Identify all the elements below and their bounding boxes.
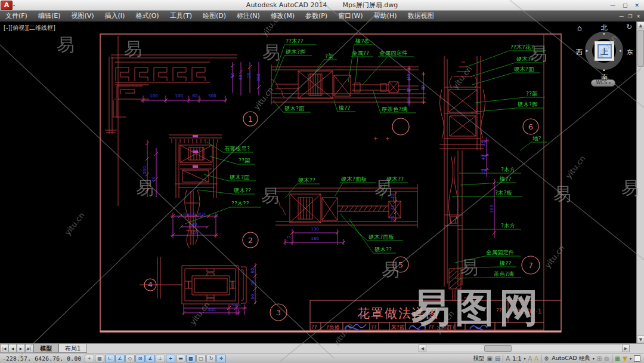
signatures xyxy=(345,324,487,331)
workspace-switcher[interactable]: AutoCAD 经典 xyxy=(552,355,590,362)
cube-arrow-north-icon[interactable]: ▾ xyxy=(603,32,605,36)
autoscale-icon[interactable]: A xyxy=(534,355,538,362)
polar-toggle[interactable]: ∠ xyxy=(115,355,125,362)
wcs-dropdown[interactable]: WCS▾ xyxy=(591,79,615,87)
window-lock-icon[interactable]: ⊞ xyxy=(597,355,602,362)
home-icon[interactable]: ⌂ xyxy=(577,24,582,32)
scroll-down-icon[interactable]: ▼ xyxy=(637,336,644,343)
menu-draw[interactable]: 绘图(D) xyxy=(197,11,231,21)
coordinate-readout: -228.57, 6426.76, 0.00 xyxy=(2,355,85,362)
horizontal-scrollbar[interactable]: ◀ ▶ xyxy=(419,344,630,352)
grid-toggle[interactable]: ▦ xyxy=(95,355,104,362)
maximize-button[interactable]: ▢ xyxy=(623,2,628,8)
paper-icon[interactable]: ▣ xyxy=(487,355,492,362)
scroll-right-icon[interactable]: ▶ xyxy=(622,344,630,352)
annotation-label: 金属?? xyxy=(352,50,369,56)
menu-format[interactable]: 格式(O) xyxy=(130,11,164,21)
autocad-logo-button[interactable]: A xyxy=(1,1,13,10)
ortho-toggle[interactable]: ∟ xyxy=(105,355,114,362)
clean-screen-button[interactable] xyxy=(634,355,640,362)
close-button[interactable]: ✕ xyxy=(634,2,639,8)
model-space-button[interactable]: 模型 xyxy=(473,355,484,362)
annotation-visibility-icon[interactable]: A xyxy=(528,355,532,362)
viewport-controls[interactable]: [-][俯视][二维线框] xyxy=(4,24,55,32)
annotation-label: 茶色?璃 xyxy=(493,270,514,277)
isolate-objects-icon[interactable]: ◍ xyxy=(604,355,609,362)
layout-tab-bar: |◀ ◀ ▶ ▶| 模型 布局1 ◀ ▶ xyxy=(0,343,644,353)
workspace-dropdown-icon[interactable]: ▾ xyxy=(593,356,595,361)
gear-icon[interactable]: ⚙ xyxy=(544,355,549,362)
horizontal-scroll-track[interactable] xyxy=(426,344,622,352)
annotation-monitor-toggle[interactable]: ✛ xyxy=(216,355,226,362)
annotation-label: 硬木?面板 xyxy=(369,233,395,240)
menu-modify[interactable]: 修改(M) xyxy=(265,11,300,21)
compass-north[interactable]: 北 xyxy=(601,23,608,32)
tab-layout1[interactable]: 布局1 xyxy=(58,344,87,353)
doc-minimize-button[interactable]: — xyxy=(619,14,624,19)
cube-arrow-south-icon[interactable]: ▴ xyxy=(603,67,605,72)
menu-insert[interactable]: 插入(I) xyxy=(100,11,131,21)
last-tab-button[interactable]: ▶| xyxy=(25,344,33,353)
cad-canvas[interactable]: ??木?? 硬木?脚 ?架 橡?条 金属?? 金属固定件 硬木?面 橡?? 厚茶… xyxy=(0,21,636,343)
doc-restore-button[interactable]: ❐ xyxy=(628,14,632,19)
isolate-icon[interactable]: ▼ xyxy=(623,355,627,362)
transparency-toggle[interactable]: ▩ xyxy=(186,355,196,362)
annotation-labels: ??木?? 硬木?脚 ?架 橡?条 金属?? 金属固定件 硬木?面 橡?? 厚茶… xyxy=(224,38,541,277)
layout-icon[interactable]: ▤ xyxy=(495,355,500,362)
snap-toggle[interactable]: ⌖ xyxy=(85,355,94,362)
doc-close-button[interactable]: ✕ xyxy=(636,14,640,19)
menu-edit[interactable]: 编辑(E) xyxy=(33,11,66,21)
hardware-acceleration-icon[interactable]: ▦ xyxy=(615,355,620,362)
selection-cycling-toggle[interactable]: ↻ xyxy=(206,355,216,362)
compass-west[interactable]: 西 xyxy=(576,48,583,57)
dim-text: 100 xyxy=(175,94,182,99)
dim-text: 60 xyxy=(250,294,255,300)
annotation-scale-icon[interactable]: A xyxy=(506,355,510,362)
annotation-scale-value[interactable]: 1:1 xyxy=(512,355,521,362)
menu-dataview[interactable]: 数据视图 xyxy=(402,11,439,21)
dim-text: 40 xyxy=(250,281,255,286)
drawing-number: 03J502-1 xyxy=(512,307,541,315)
detail-marker: 3 xyxy=(276,308,281,317)
osnap-3d-toggle[interactable]: ⊡ xyxy=(135,355,145,362)
scroll-up-icon[interactable]: ▲ xyxy=(637,21,644,29)
dim-text: 40 xyxy=(407,74,411,79)
vertical-scroll-thumb[interactable] xyxy=(637,30,644,67)
vertical-scrollbar[interactable]: ▲ ▼ xyxy=(636,21,644,343)
tab-model[interactable]: 模型 xyxy=(33,344,58,353)
prev-tab-button[interactable]: ◀ xyxy=(8,344,17,353)
otrack-toggle[interactable]: ∡ xyxy=(145,355,155,362)
minimize-button[interactable]: — xyxy=(610,2,615,8)
cube-arrow-west-icon[interactable]: ▸ xyxy=(586,48,589,53)
dyn-toggle[interactable]: + xyxy=(166,355,175,362)
dim-text: 100 xyxy=(150,94,157,99)
scroll-left-icon[interactable]: ◀ xyxy=(419,344,426,352)
menu-tools[interactable]: 工具(T) xyxy=(165,11,197,21)
osnap-toggle[interactable]: ◇ xyxy=(125,355,135,362)
menu-dimension[interactable]: 标注(N) xyxy=(231,11,265,21)
annotation-label: ??架 xyxy=(526,90,538,97)
detail-1-dim-ticks xyxy=(141,64,261,102)
scale-dropdown-icon[interactable]: ▾ xyxy=(524,356,525,361)
cube-arrow-east-icon[interactable]: ◂ xyxy=(619,48,621,53)
c cube-top-face[interactable]: 上 xyxy=(595,41,614,61)
ducs-toggle[interactable]: ⊥ xyxy=(156,355,165,362)
horizontal-scroll-thumb[interactable] xyxy=(484,345,512,352)
view-cube[interactable]: ⌂ ↻ 北 南 西 东 ▾ ▴ ▸ ◂ 上 xyxy=(577,24,632,81)
title-block-cell: ?良修 xyxy=(326,324,340,330)
first-tab-button[interactable]: |◀ xyxy=(0,344,8,353)
menu-view[interactable]: 视图(V) xyxy=(66,11,99,21)
drawing-area[interactable]: ??木?? 硬木?脚 ?架 橡?条 金属?? 金属固定件 硬木?面 橡?? 厚茶… xyxy=(0,21,644,343)
quick-properties-toggle[interactable]: ▢ xyxy=(196,355,206,362)
menu-parametric[interactable]: 参数(P) xyxy=(300,11,333,21)
annotation-label: 厚茶色?璃 xyxy=(382,106,408,112)
next-tab-button[interactable]: ▶ xyxy=(17,344,25,353)
lineweight-toggle[interactable]: ▬ xyxy=(176,355,185,362)
menu-window[interactable]: 窗口(W) xyxy=(333,11,368,21)
compass-east[interactable]: 东 xyxy=(627,48,633,57)
logo-dropdown-icon[interactable]: ▾ xyxy=(13,3,15,7)
menu-file[interactable]: 文件(F) xyxy=(0,11,33,21)
rotate-icon[interactable]: ↻ xyxy=(626,23,632,31)
menu-help[interactable]: 帮助(H) xyxy=(369,11,402,21)
status-menu-icon[interactable]: ▾ xyxy=(630,356,631,361)
